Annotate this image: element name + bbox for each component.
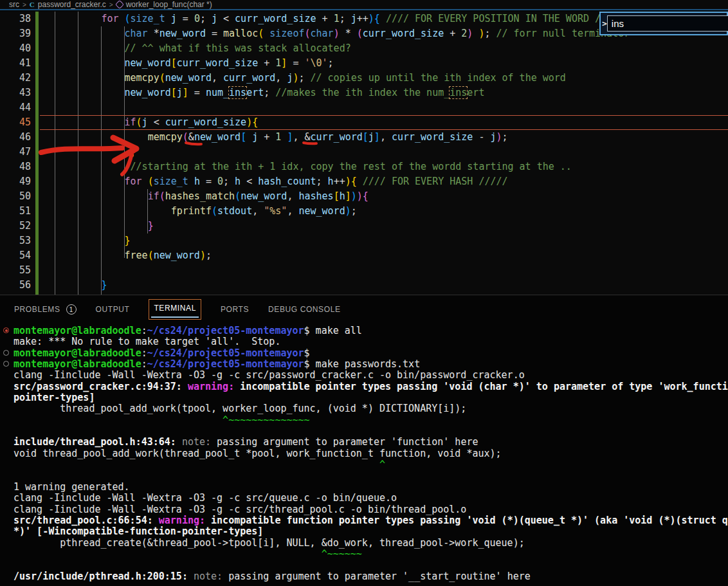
toggle-replace-chevron-icon[interactable]: > bbox=[602, 19, 607, 28]
panel-tab-bar: PROBLEMS 1 OUTPUT TERMINAL PORTS DEBUG C… bbox=[0, 295, 728, 324]
terminal-line: pthread_create(&thread_pool->tpool[i], N… bbox=[0, 538, 728, 549]
terminal-line: ^~~~~~~~~~~~~~~ bbox=[0, 415, 728, 426]
code-line-46: memcpy(&new_word[ j + 1 ], &curr_word[j]… bbox=[0, 130, 728, 145]
code-lines: for (size_t j = 0; j < curr_word_size + … bbox=[0, 12, 728, 293]
breadcrumb-item-src[interactable]: src bbox=[9, 0, 19, 9]
code-line-52: } bbox=[0, 219, 728, 233]
code-line-40: // ^^ what if this was stack allocated? bbox=[0, 41, 728, 56]
breadcrumb: src > C password_cracker.c > worker_loop… bbox=[0, 0, 728, 10]
terminal-line: montemayor@labradoodle:~/cs24/project05-… bbox=[0, 325, 728, 336]
problems-count-badge: 1 bbox=[66, 304, 77, 315]
terminal-line: src/thread_pool.c:66:54: warning: incomp… bbox=[0, 515, 728, 526]
terminal-line: thread_pool_add_work(tpool, worker_loop_… bbox=[0, 403, 728, 414]
code-line-41: new_word[curr_word_size + 1] = '\0'; bbox=[0, 56, 728, 71]
terminal-line: src/password_cracker.c:94:37: warning: i… bbox=[0, 381, 728, 392]
symbol-method-icon bbox=[115, 0, 124, 9]
code-line-53: } bbox=[0, 233, 728, 248]
terminal-line: clang -Iinclude -Wall -Wextra -O3 -g -c … bbox=[0, 370, 728, 381]
breadcrumb-item-symbol[interactable]: worker_loop_func(char *) bbox=[126, 0, 212, 9]
command-decoration-icon[interactable] bbox=[3, 350, 9, 356]
code-line-44 bbox=[0, 100, 728, 115]
code-line-56: } bbox=[0, 278, 728, 293]
code-line-48: //starting at the ith + 1 idx, copy the … bbox=[0, 160, 728, 174]
chevron-right-icon: > bbox=[23, 1, 26, 8]
tab-terminal[interactable]: TERMINAL bbox=[149, 299, 201, 320]
tab-debug-console[interactable]: DEBUG CONSOLE bbox=[268, 305, 341, 314]
terminal-line: *)' [-Wincompatible-function-pointer-typ… bbox=[0, 526, 728, 537]
find-widget: > bbox=[599, 12, 728, 35]
chevron-right-icon: > bbox=[109, 1, 113, 8]
terminal-line: /usr/include/pthread.h:200:15: note: pas… bbox=[0, 571, 728, 582]
terminal-line: 1 warning generated. bbox=[0, 482, 728, 493]
tab-problems[interactable]: PROBLEMS 1 bbox=[14, 304, 77, 315]
c-file-icon: C bbox=[30, 1, 35, 8]
terminal-line: montemayor@labradoodle:~/cs24/project05-… bbox=[0, 348, 728, 359]
terminal-line: clang -Iinclude -Wall -Wextra -O3 -g -c … bbox=[0, 504, 728, 515]
terminal-line bbox=[0, 470, 728, 481]
find-input[interactable] bbox=[607, 15, 728, 32]
code-line-51: fprintf(stdout, "%s", new_word); bbox=[0, 204, 728, 219]
terminal-line bbox=[0, 426, 728, 437]
command-failed-icon[interactable] bbox=[3, 327, 9, 333]
code-line-42: memcpy(new_word, curr_word, j); // copie… bbox=[0, 71, 728, 86]
terminal-output[interactable]: montemayor@labradoodle:~/cs24/project05-… bbox=[0, 325, 728, 582]
code-line-43: new_word[j] = num_insert; //makes the it… bbox=[0, 86, 728, 100]
terminal-line: pointer-types] bbox=[0, 392, 728, 403]
code-line-50: if(hashes_match(new_word, hashes[h])){ bbox=[0, 189, 728, 204]
code-line-45: if(j < curr_word_size){ bbox=[0, 115, 728, 130]
tab-output[interactable]: OUTPUT bbox=[96, 305, 130, 314]
tab-ports[interactable]: PORTS bbox=[221, 305, 249, 314]
bottom-panel: PROBLEMS 1 OUTPUT TERMINAL PORTS DEBUG C… bbox=[0, 295, 728, 586]
terminal-line: make: *** No rule to make target 'all'. … bbox=[0, 336, 728, 347]
code-line-55 bbox=[0, 263, 728, 278]
terminal-line: montemayor@labradoodle:~/cs24/project05-… bbox=[0, 359, 728, 370]
code-line-54: free(new_word); bbox=[0, 248, 728, 263]
terminal-line bbox=[0, 560, 728, 571]
terminal-line: ^~~~~~~ bbox=[0, 549, 728, 560]
code-editor[interactable]: 38394041424344454647484950515253545556 f… bbox=[0, 12, 728, 295]
terminal-line: ^ bbox=[0, 459, 728, 470]
code-line-49: for (size_t h = 0; h < hash_count; h++){… bbox=[0, 174, 728, 189]
terminal-line: clang -Iinclude -Wall -Wextra -O3 -g -c … bbox=[0, 493, 728, 504]
breadcrumb-item-file[interactable]: password_cracker.c bbox=[38, 0, 106, 9]
command-decoration-icon[interactable] bbox=[3, 361, 9, 367]
code-line-47: } bbox=[0, 145, 728, 160]
terminal-line: void thread_pool_add_work(thread_pool_t … bbox=[0, 448, 728, 459]
terminal-line: include/thread_pool.h:43:64: note: passi… bbox=[0, 437, 728, 448]
